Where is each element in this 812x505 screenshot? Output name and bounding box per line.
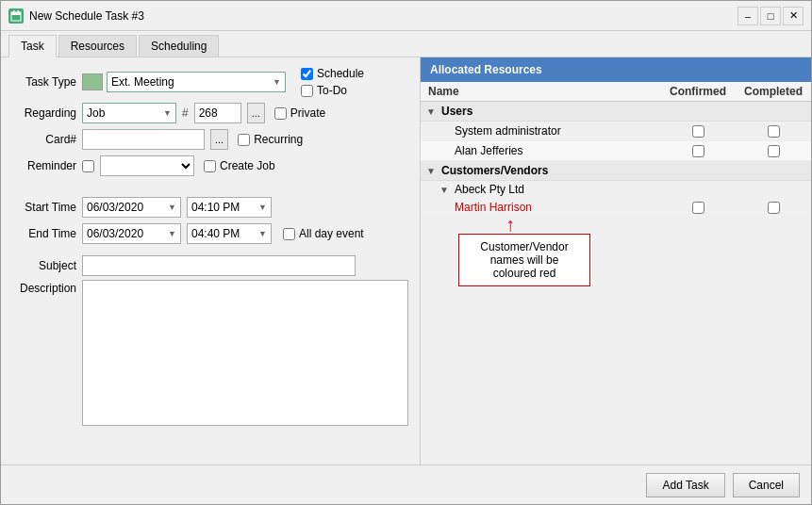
color-indicator: [82, 73, 103, 90]
abeck-subgroup-header: ▼ Abeck Pty Ltd: [421, 181, 811, 198]
create-job-label: Create Job: [220, 159, 275, 172]
svg-rect-1: [11, 12, 21, 15]
start-time-row: Start Time 06/03/2020 ▼ 04:10 PM ▼: [12, 197, 408, 218]
subject-label: Subject: [12, 259, 76, 272]
subject-section: Subject Description: [12, 255, 408, 426]
tab-scheduling[interactable]: Scheduling: [139, 35, 219, 57]
private-label: Private: [290, 106, 325, 120]
window-title: New Schedule Task #3: [29, 9, 732, 23]
subject-row: Subject: [12, 255, 408, 276]
add-task-button[interactable]: Add Task: [646, 473, 724, 497]
user-row-alan: Alan Jefferies: [421, 141, 811, 161]
alan-confirmed-checkbox: [660, 145, 736, 157]
alan-completed-input[interactable]: [768, 145, 780, 157]
card-label: Card#: [12, 133, 76, 146]
end-time-label: End Time: [12, 227, 76, 240]
card-ellipsis-button[interactable]: ...: [210, 129, 228, 150]
tooltip-text: Customer/Vendor names will be coloured r…: [480, 240, 568, 280]
svg-rect-2: [13, 10, 15, 14]
sysadmin-completed-checkbox: [736, 125, 811, 138]
description-label: Description: [12, 280, 76, 295]
customers-expand-icon[interactable]: ▼: [426, 166, 438, 176]
dropdown-arrow-icon2: ▼: [163, 108, 172, 118]
app-icon: [8, 8, 24, 24]
task-type-value: Ext. Meeting: [111, 75, 174, 89]
all-day-row: All day event: [283, 227, 364, 240]
tab-resources[interactable]: Resources: [58, 35, 137, 57]
regarding-dropdown[interactable]: Job ▼: [82, 103, 176, 123]
maximize-button[interactable]: □: [760, 7, 781, 25]
customers-group-header: ▼ Customers/Vendors: [421, 161, 811, 181]
col-confirmed-header: Confirmed: [660, 85, 736, 98]
card-row: Card# ... Recurring: [12, 129, 408, 150]
reminder-row: Reminder Create Job: [12, 155, 408, 176]
users-group-label: Users: [441, 105, 472, 118]
todo-checkbox-row: To-Do: [301, 84, 364, 97]
allocated-table: Name Confirmed Completed ▼ Users System …: [421, 82, 811, 464]
job-number-input[interactable]: [194, 103, 241, 123]
col-completed-header: Completed: [736, 85, 811, 98]
end-time-dropdown[interactable]: 04:40 PM ▼: [187, 223, 272, 244]
martin-completed-checkbox: [736, 202, 811, 214]
task-type-dropdown[interactable]: Ext. Meeting ▼: [107, 72, 286, 92]
create-job-checkbox[interactable]: [204, 160, 216, 172]
sysadmin-name: System administrator: [421, 124, 660, 138]
start-date-value: 06/03/2020: [87, 201, 143, 214]
end-date-dropdown[interactable]: 06/03/2020 ▼: [82, 223, 181, 244]
description-textarea[interactable]: [82, 280, 408, 426]
martin-row: Martin Harrison: [421, 198, 811, 218]
reminder-dropdown[interactable]: [100, 155, 194, 176]
tooltip-box: Customer/Vendor names will be coloured r…: [458, 234, 590, 286]
martin-name: Martin Harrison: [421, 201, 660, 214]
checkboxes-col: Schedule To-Do: [301, 67, 364, 97]
martin-completed-input[interactable]: [768, 202, 780, 214]
sysadmin-confirmed-checkbox: [660, 125, 736, 138]
time-arrow-icon2: ▼: [258, 229, 267, 238]
allocated-resources-header: Allocated Resources: [421, 57, 811, 82]
recurring-checkbox[interactable]: [238, 134, 250, 146]
martin-confirmed-input[interactable]: [692, 202, 704, 214]
tab-bar: Task Resources Scheduling: [1, 31, 811, 57]
time-arrow-icon: ▼: [258, 203, 267, 212]
abeck-expand-icon[interactable]: ▼: [439, 185, 451, 195]
right-panel: Allocated Resources Name Confirmed Compl…: [421, 57, 811, 464]
all-day-checkbox[interactable]: [283, 228, 295, 240]
alan-confirmed-input[interactable]: [692, 145, 704, 157]
customers-group-label: Customers/Vendors: [441, 164, 548, 177]
tab-task[interactable]: Task: [8, 35, 57, 57]
schedule-label: Schedule: [317, 67, 364, 80]
create-job-checkbox-row: Create Job: [204, 159, 275, 172]
sysadmin-confirmed-input[interactable]: [692, 125, 704, 138]
subject-input[interactable]: [82, 255, 356, 276]
svg-rect-3: [18, 10, 20, 14]
private-checkbox-row: Private: [274, 106, 325, 120]
left-panel: Task Type Ext. Meeting ▼ Schedule: [1, 57, 421, 464]
task-type-row: Task Type Ext. Meeting ▼ Schedule: [12, 67, 408, 97]
schedule-checkbox[interactable]: [301, 68, 313, 80]
alan-completed-checkbox: [736, 145, 811, 157]
job-ellipsis-button[interactable]: ...: [247, 103, 265, 123]
start-time-dropdown[interactable]: 04:10 PM ▼: [187, 197, 272, 218]
users-expand-icon[interactable]: ▼: [426, 106, 438, 117]
private-checkbox[interactable]: [274, 107, 287, 120]
close-button[interactable]: ✕: [783, 7, 804, 25]
todo-checkbox[interactable]: [301, 85, 313, 97]
title-bar: New Schedule Task #3 – □ ✕: [1, 1, 811, 31]
all-day-label: All day event: [299, 227, 364, 240]
regarding-label: Regarding: [12, 106, 76, 120]
todo-label: To-Do: [317, 84, 347, 97]
start-date-dropdown[interactable]: 06/03/2020 ▼: [82, 197, 181, 218]
minimize-button[interactable]: –: [737, 7, 758, 25]
schedule-checkbox-row: Schedule: [301, 67, 364, 80]
description-row: Description: [12, 280, 408, 426]
start-time-value: 04:10 PM: [191, 201, 240, 214]
end-time-row: End Time 06/03/2020 ▼ 04:40 PM ▼ All day…: [12, 223, 408, 244]
card-input[interactable]: [82, 129, 205, 150]
sysadmin-completed-input[interactable]: [768, 125, 780, 138]
cancel-button[interactable]: Cancel: [733, 473, 800, 497]
bottom-bar: Add Task Cancel: [1, 464, 811, 504]
task-type-field: Ext. Meeting ▼: [82, 72, 286, 92]
reminder-checkbox[interactable]: [82, 160, 94, 172]
recurring-checkbox-row: Recurring: [238, 133, 303, 146]
regarding-value: Job: [87, 106, 105, 120]
